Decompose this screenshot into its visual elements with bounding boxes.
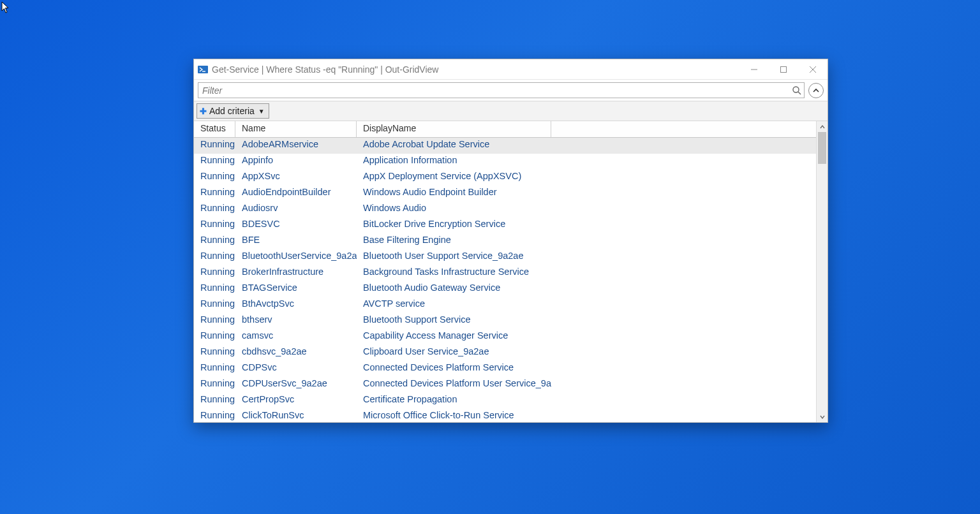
cell-display: Windows Audio [357, 202, 551, 217]
table-row[interactable]: RunningBrokerInfrastructureBackground Ta… [194, 265, 816, 281]
cell-display: Bluetooth Support Service [357, 313, 551, 329]
filter-input-wrap [198, 82, 805, 98]
cell-status: Running [194, 281, 235, 297]
cell-display: AVCTP service [357, 297, 551, 313]
scroll-track[interactable] [817, 132, 828, 411]
table-row[interactable]: RunningcamsvcCapability Access Manager S… [194, 329, 816, 345]
table-row[interactable]: RunningBFEBase Filtering Engine [194, 233, 816, 249]
collapse-criteria-button[interactable] [808, 83, 824, 98]
window-title: Get-Service | Where Status -eq "Running"… [212, 64, 739, 75]
cell-name: bthserv [235, 313, 357, 329]
cell-name: Audiosrv [235, 202, 357, 217]
cell-display: Base Filtering Engine [357, 233, 551, 249]
cell-status: Running [194, 329, 235, 345]
cell-status: Running [194, 233, 235, 249]
table-row[interactable]: RunningClickToRunSvcMicrosoft Office Cli… [194, 409, 816, 422]
cell-name: ClickToRunSvc [235, 409, 357, 422]
table-row[interactable]: RunningCDPUserSvc_9a2aeConnected Devices… [194, 377, 816, 393]
plus-icon: ✚ [200, 106, 207, 116]
grid-wrap: Status Name DisplayName RunningAdobeARMs… [194, 121, 828, 422]
cell-status: Running [194, 138, 235, 154]
column-header-status[interactable]: Status [194, 121, 235, 137]
svg-point-2 [793, 87, 799, 92]
cell-name: BthAvctpSvc [235, 297, 357, 313]
vertical-scrollbar[interactable] [816, 121, 828, 422]
powershell-icon [198, 64, 208, 75]
cell-display: Background Tasks Infrastructure Service [357, 265, 551, 281]
add-criteria-button[interactable]: ✚ Add criteria ▼ [197, 103, 269, 119]
cell-display: Clipboard User Service_9a2ae [357, 345, 551, 361]
cell-display: AppX Deployment Service (AppXSVC) [357, 170, 551, 186]
cell-status: Running [194, 393, 235, 409]
grid-header: Status Name DisplayName [194, 121, 816, 138]
cell-status: Running [194, 249, 235, 265]
out-gridview-window: Get-Service | Where Status -eq "Running"… [193, 59, 828, 423]
cell-status: Running [194, 297, 235, 313]
table-row[interactable]: RunningBDESVCBitLocker Drive Encryption … [194, 217, 816, 233]
chevron-up-icon [820, 124, 825, 129]
cell-name: BFE [235, 233, 357, 249]
svg-rect-1 [781, 66, 787, 72]
cell-display: Windows Audio Endpoint Builder [357, 186, 551, 202]
cell-status: Running [194, 186, 235, 202]
column-header-name[interactable]: Name [235, 121, 357, 137]
table-row[interactable]: RunningCertPropSvcCertificate Propagatio… [194, 393, 816, 409]
cell-name: camsvc [235, 329, 357, 345]
table-row[interactable]: Runningcbdhsvc_9a2aeClipboard User Servi… [194, 345, 816, 361]
cell-display: BitLocker Drive Encryption Service [357, 217, 551, 233]
close-button[interactable] [798, 59, 828, 79]
cell-name: Appinfo [235, 154, 357, 170]
filter-row [194, 80, 828, 101]
cell-display: Microsoft Office Click-to-Run Service [357, 409, 551, 422]
window-controls [739, 59, 828, 79]
cell-display: Adobe Acrobat Update Service [357, 138, 551, 154]
chevron-down-icon: ▼ [258, 108, 265, 115]
cell-status: Running [194, 217, 235, 233]
table-row[interactable]: RunningAppinfoApplication Information [194, 154, 816, 170]
cell-name: CertPropSvc [235, 393, 357, 409]
filter-input[interactable] [198, 82, 805, 98]
criteria-bar: ✚ Add criteria ▼ [194, 101, 828, 121]
cell-name: BrokerInfrastructure [235, 265, 357, 281]
cell-name: AudioEndpointBuilder [235, 186, 357, 202]
column-header-filler[interactable] [551, 121, 816, 137]
cell-name: BluetoothUserService_9a2ae [235, 249, 357, 265]
cell-status: Running [194, 170, 235, 186]
search-icon [792, 85, 802, 96]
table-row[interactable]: RunningAppXSvcAppX Deployment Service (A… [194, 170, 816, 186]
table-row[interactable]: RunningbthservBluetooth Support Service [194, 313, 816, 329]
cell-display: Bluetooth Audio Gateway Service [357, 281, 551, 297]
chevron-up-icon [813, 87, 819, 94]
scroll-up-button[interactable] [817, 121, 828, 132]
scroll-thumb[interactable] [818, 132, 826, 164]
column-header-display[interactable]: DisplayName [357, 121, 551, 137]
cell-name: BTAGService [235, 281, 357, 297]
titlebar[interactable]: Get-Service | Where Status -eq "Running"… [194, 59, 828, 80]
grid-body[interactable]: RunningAdobeARMserviceAdobe Acrobat Upda… [194, 138, 816, 422]
table-row[interactable]: RunningBluetoothUserService_9a2aeBluetoo… [194, 249, 816, 265]
table-row[interactable]: RunningAudiosrvWindows Audio [194, 202, 816, 217]
table-row[interactable]: RunningAudioEndpointBuilderWindows Audio… [194, 186, 816, 202]
minimize-button[interactable] [739, 59, 769, 79]
cell-name: CDPSvc [235, 361, 357, 377]
cell-name: AppXSvc [235, 170, 357, 186]
maximize-button[interactable] [769, 59, 798, 79]
cell-status: Running [194, 345, 235, 361]
table-row[interactable]: RunningAdobeARMserviceAdobe Acrobat Upda… [194, 138, 816, 154]
chevron-down-icon [820, 415, 825, 420]
table-row[interactable]: RunningCDPSvcConnected Devices Platform … [194, 361, 816, 377]
cell-display: Connected Devices Platform Service [357, 361, 551, 377]
cell-status: Running [194, 409, 235, 422]
cell-status: Running [194, 265, 235, 281]
cell-name: cbdhsvc_9a2ae [235, 345, 357, 361]
table-row[interactable]: RunningBthAvctpSvcAVCTP service [194, 297, 816, 313]
table-row[interactable]: RunningBTAGServiceBluetooth Audio Gatewa… [194, 281, 816, 297]
cell-display: Bluetooth User Support Service_9a2ae [357, 249, 551, 265]
scroll-down-button[interactable] [817, 411, 828, 422]
cell-status: Running [194, 377, 235, 393]
cell-display: Certificate Propagation [357, 393, 551, 409]
cell-status: Running [194, 313, 235, 329]
cell-name: AdobeARMservice [235, 138, 357, 154]
cell-name: CDPUserSvc_9a2ae [235, 377, 357, 393]
add-criteria-label: Add criteria [209, 106, 255, 116]
